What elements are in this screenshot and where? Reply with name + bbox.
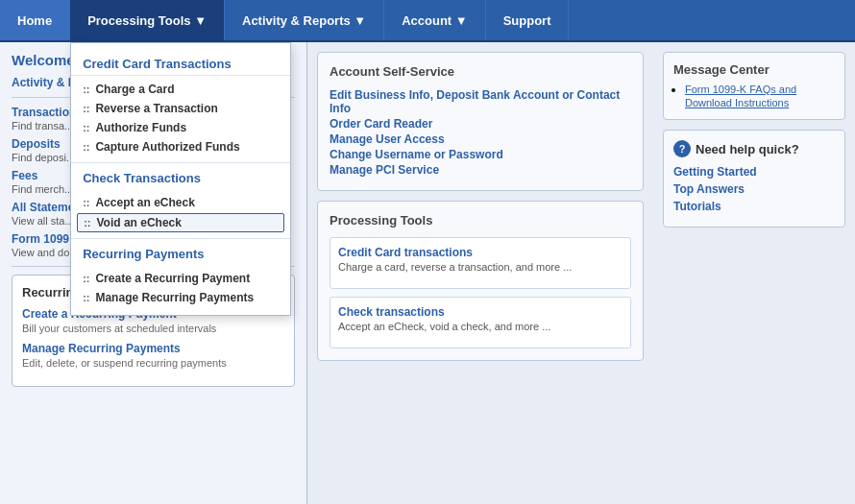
help-title-label: Need help quick? — [696, 142, 799, 156]
nav-home[interactable]: Home — [0, 0, 70, 40]
check-transactions-card: Check transactions Accept an eCheck, voi… — [330, 297, 631, 348]
processing-tools-card: Processing Tools Credit Card transaction… — [317, 201, 644, 361]
dropdown-item-reverse[interactable]: ::Reverse a Transaction — [71, 99, 290, 118]
card-desc-cc-transactions: Charge a card, reverse a transaction, an… — [338, 261, 623, 273]
card-link-check-transactions[interactable]: Check transactions — [338, 305, 623, 319]
help-link-getting-started[interactable]: Getting Started — [673, 165, 835, 179]
card-link-manage-pci[interactable]: Manage PCI Service — [330, 163, 631, 177]
dropdown-item-charge[interactable]: ::Charge a Card — [71, 80, 290, 99]
help-link-tutorials[interactable]: Tutorials — [673, 200, 835, 213]
help-title: ? Need help quick? — [673, 140, 835, 157]
card-link-change-password[interactable]: Change Username or Password — [330, 148, 631, 161]
processing-tools-card-title: Processing Tools — [330, 213, 631, 228]
cc-transactions-card: Credit Card transactions Charge a card, … — [330, 237, 631, 289]
dropdown-section-recurring: Recurring Payments — [71, 238, 290, 265]
message-center-card: Message Center Form 1099-K FAQs and Down… — [663, 52, 845, 120]
dropdown-item-accept-echeck[interactable]: ::Accept an eCheck — [71, 193, 290, 212]
help-icon: ? — [673, 140, 691, 157]
center-panel: Account Self-Service Edit Business Info,… — [307, 42, 653, 504]
card-link-manage-users[interactable]: Manage User Access — [330, 132, 631, 146]
dropdown-item-manage-recurring[interactable]: ::Manage Recurring Payments — [71, 288, 290, 307]
dropdown-item-capture[interactable]: ::Capture Authorized Funds — [71, 137, 290, 156]
account-self-service-title: Account Self-Service — [330, 64, 631, 79]
card-link-cc-transactions[interactable]: Credit Card transactions — [338, 246, 623, 259]
help-link-top-answers[interactable]: Top Answers — [673, 182, 835, 196]
nav-bar: Home Processing Tools ▼ Credit Card Tran… — [0, 0, 855, 42]
message-center-title: Message Center — [673, 62, 835, 77]
nav-processing-tools-label: Processing Tools ▼ — [87, 13, 207, 28]
right-panel: Message Center Form 1099-K FAQs and Down… — [653, 42, 855, 504]
account-self-service-card: Account Self-Service Edit Business Info,… — [317, 52, 644, 191]
help-box: ? Need help quick? Getting Started Top A… — [663, 130, 845, 228]
recurring-manage-desc: Edit, delete, or suspend recurring payme… — [22, 357, 284, 369]
card-link-order-reader[interactable]: Order Card Reader — [330, 117, 631, 131]
message-center-list: Form 1099-K FAQs and Download Instructio… — [685, 83, 835, 109]
dropdown-item-authorize[interactable]: ::Authorize Funds — [71, 118, 290, 137]
recurring-create-desc: Bill your customers at scheduled interva… — [22, 323, 284, 334]
processing-tools-dropdown: Credit Card Transactions ::Charge a Card… — [70, 42, 291, 316]
card-link-edit-business[interactable]: Edit Business Info, Deposit Bank Account… — [330, 88, 631, 115]
card-desc-check-transactions: Accept an eCheck, void a check, and more… — [338, 321, 623, 332]
msg-link-1099[interactable]: Form 1099-K FAQs and Download Instructio… — [685, 84, 796, 108]
nav-account[interactable]: Account ▼ — [384, 0, 485, 40]
nav-activity-reports[interactable]: Activity & Reports ▼ — [225, 0, 384, 40]
dropdown-item-void-echeck[interactable]: ::Void an eCheck — [77, 213, 284, 232]
dropdown-section-check: Check Transactions — [71, 162, 290, 189]
recurring-manage-link[interactable]: Manage Recurring Payments — [22, 342, 284, 355]
nav-processing-tools[interactable]: Processing Tools ▼ Credit Card Transacti… — [70, 0, 225, 40]
dropdown-item-create-recurring[interactable]: ::Create a Recurring Payment — [71, 269, 290, 288]
nav-support[interactable]: Support — [486, 0, 570, 40]
dropdown-section-credit-card: Credit Card Transactions — [71, 51, 290, 76]
